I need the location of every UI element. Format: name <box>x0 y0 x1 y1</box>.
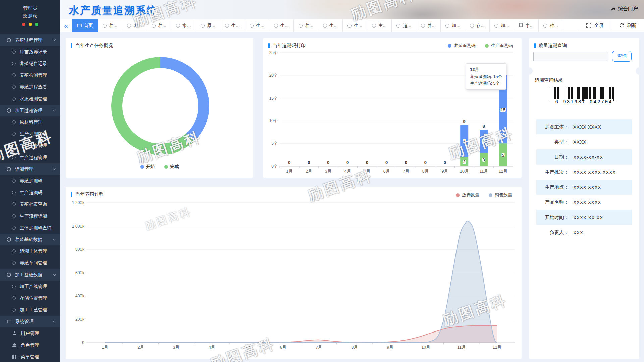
sidebar-item-7[interactable]: 原材料管理 <box>0 116 60 128</box>
fullscreen-button[interactable]: 全屏 <box>579 19 611 32</box>
tab-10[interactable]: 生... <box>318 19 343 32</box>
barcode-bar <box>600 87 601 99</box>
sidebar-item-25[interactable]: 用户管理 <box>0 327 60 339</box>
portal-label: 综合门户 <box>618 6 638 12</box>
tab-4[interactable]: 水... <box>171 19 196 32</box>
svg-text:2月: 2月 <box>306 169 312 174</box>
sidebar-item-0[interactable]: 养殖过程管理 <box>0 34 60 46</box>
tab-19[interactable]: 种... <box>539 19 563 32</box>
sidebar-item-2[interactable]: 养殖销售记录 <box>0 58 60 69</box>
status-dot <box>29 23 32 26</box>
tab-6[interactable]: 生... <box>220 19 245 32</box>
sidebar-item-17[interactable]: 养殖基础数据 <box>0 234 60 245</box>
sidebar-item-3[interactable]: 养殖检测管理 <box>0 69 60 81</box>
sidebar-item-label: 生产任务管理 <box>20 143 47 149</box>
tab-8[interactable]: 生... <box>269 19 294 32</box>
tab-15[interactable]: 加... <box>441 19 465 32</box>
legend-item[interactable]: 放养数量 <box>456 192 479 198</box>
sidebar-item-24[interactable]: 系统管理 <box>0 316 60 327</box>
refresh-button[interactable]: 刷新 <box>611 19 644 32</box>
tab-3[interactable]: 养... <box>147 19 171 32</box>
svg-text:15个: 15个 <box>269 96 278 101</box>
tab-18[interactable]: 字... <box>514 19 539 32</box>
portal-link[interactable]: 综合门户 <box>611 6 638 12</box>
sidebar-item-label: 养殖过程管理 <box>15 37 42 43</box>
tab-11[interactable]: 生... <box>343 19 367 32</box>
chart-tooltip: 12月 养殖追溯码: 15个 生产追溯码: 5个 <box>466 63 506 90</box>
sidebar-item-18[interactable]: 追溯主体管理 <box>0 245 60 257</box>
tab-1[interactable]: 养... <box>98 19 122 32</box>
svg-text:12月: 12月 <box>493 345 501 350</box>
grid-icon <box>12 355 17 359</box>
area-chart: 0200k400k600k800k1 000k1 200k1月2月3月4月5月6… <box>66 187 522 359</box>
sidebar-item-label: 养殖档案查询 <box>20 201 47 207</box>
user-icon <box>12 331 17 336</box>
barcode-bar <box>562 87 562 99</box>
legend-item[interactable]: 销售数量 <box>489 192 512 198</box>
barcode-bar <box>572 87 573 99</box>
tab-label: 生... <box>354 23 362 29</box>
sidebar-item-20[interactable]: 加工基础数据 <box>0 269 60 281</box>
legend-item[interactable]: 养殖追溯码 <box>448 43 476 49</box>
tab-14[interactable]: 养... <box>416 19 441 32</box>
sidebar-item-label: 生产计划管理 <box>20 131 47 137</box>
sidebar-item-5[interactable]: 水质检测管理 <box>0 93 60 105</box>
svg-text:25个: 25个 <box>269 50 278 55</box>
sidebar-item-1[interactable]: 种苗放养记录 <box>0 46 60 58</box>
tab-label: 养... <box>109 23 117 29</box>
svg-text:9: 9 <box>463 119 466 124</box>
tab-7[interactable]: 生... <box>245 19 269 32</box>
svg-text:1月: 1月 <box>102 345 108 350</box>
circle-icon <box>12 120 16 124</box>
sidebar-item-23[interactable]: 加工工艺管理 <box>0 304 60 316</box>
tab-17[interactable]: 加... <box>490 19 514 32</box>
barcode-bar <box>585 87 586 99</box>
window-icon <box>77 24 82 27</box>
chevron-down-icon <box>53 273 56 276</box>
trace-code-input[interactable] <box>533 52 608 61</box>
tab-label: 追... <box>403 23 411 29</box>
sidebar-item-26[interactable]: 角色管理 <box>0 339 60 351</box>
legend-item[interactable]: 完成 <box>164 164 179 170</box>
detail-value: XXX <box>573 230 583 235</box>
sidebar-item-19[interactable]: 养殖车间管理 <box>0 257 60 269</box>
tab-16[interactable]: 存... <box>465 19 490 32</box>
tab-13[interactable]: 追... <box>392 19 416 32</box>
sidebar-item-6[interactable]: 加工过程管理 <box>0 105 60 116</box>
sidebar-item-13[interactable]: 生产追溯码 <box>0 187 60 198</box>
circle-icon <box>12 179 16 183</box>
legend-item[interactable]: 开始 <box>140 164 155 170</box>
sidebar-item-10[interactable]: 生产过程管理 <box>0 152 60 163</box>
tab-5[interactable]: 原... <box>196 19 220 32</box>
sidebar-item-label: 生产流程追溯 <box>20 213 47 219</box>
sidebar-item-11[interactable]: 追溯管理 <box>0 163 60 175</box>
sidebar-item-8[interactable]: 生产计划管理 <box>0 128 60 140</box>
svg-text:7月: 7月 <box>403 169 409 174</box>
svg-text:6月: 6月 <box>383 169 390 174</box>
circle-icon <box>250 24 254 28</box>
sidebar-item-15[interactable]: 生产流程追溯 <box>0 210 60 222</box>
tab-9[interactable]: 养... <box>294 19 318 32</box>
svg-text:7: 7 <box>463 139 466 144</box>
sidebar-item-4[interactable]: 养殖过程查看 <box>0 81 60 93</box>
donut-legend: 开始完成 <box>66 164 253 170</box>
query-button[interactable]: 查询 <box>612 51 632 62</box>
sidebar-item-16[interactable]: 主体追溯码查询 <box>0 222 60 234</box>
legend-label: 开始 <box>146 164 155 170</box>
legend-item[interactable]: 生产追溯码 <box>485 43 513 49</box>
sidebar-item-14[interactable]: 养殖档案查询 <box>0 198 60 210</box>
tab-2[interactable]: 养... <box>122 19 147 32</box>
circle-icon <box>470 24 474 28</box>
circle-icon <box>372 24 376 28</box>
tab-12[interactable]: 主... <box>367 19 392 32</box>
tab-home[interactable]: 首页 <box>72 19 98 32</box>
sidebar-item-9[interactable]: 生产任务管理 <box>0 140 60 152</box>
result-label: 追溯查询结果 <box>535 77 563 83</box>
svg-text:0: 0 <box>444 160 446 165</box>
sidebar-item-12[interactable]: 养殖追溯码 <box>0 175 60 187</box>
sidebar-item-27[interactable]: 菜单管理 <box>0 351 60 362</box>
area-legend: 放养数量销售数量 <box>456 192 512 198</box>
sidebar-item-21[interactable]: 加工产线管理 <box>0 281 60 292</box>
sidebar-item-22[interactable]: 存储位置管理 <box>0 292 60 304</box>
collapse-tabs-icon[interactable]: « <box>60 19 72 32</box>
